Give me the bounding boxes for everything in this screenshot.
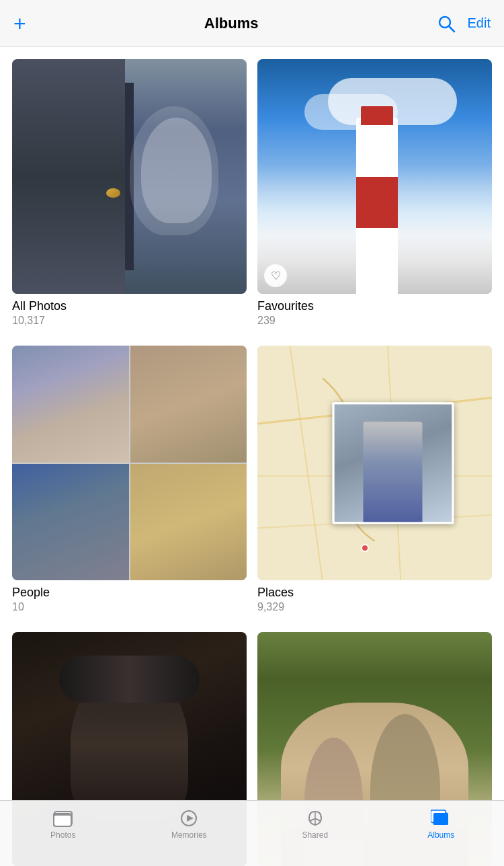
- svg-rect-16: [433, 813, 448, 825]
- album-thumb-places: [257, 346, 492, 580]
- svg-line-1: [449, 26, 454, 32]
- album-count-all-photos: 10,317: [12, 315, 247, 327]
- tab-label-memories: Memories: [171, 830, 207, 840]
- tab-item-shared[interactable]: Shared: [282, 809, 349, 840]
- album-thumb-people: [12, 346, 247, 580]
- tab-label-albums: Albums: [427, 830, 454, 840]
- edit-button[interactable]: Edit: [468, 15, 491, 31]
- add-button[interactable]: +: [13, 13, 26, 34]
- memories-icon: [179, 809, 199, 828]
- albums-icon: [431, 809, 451, 828]
- svg-rect-9: [54, 815, 71, 826]
- photos-icon: [53, 809, 73, 828]
- shared-icon: [305, 809, 325, 828]
- tab-bar: Photos Memories Shared Albums: [0, 800, 504, 866]
- tab-item-photos[interactable]: Photos: [30, 809, 97, 840]
- header-actions: Edit: [437, 14, 491, 33]
- album-count-people: 10: [12, 601, 247, 613]
- tab-item-albums[interactable]: Albums: [407, 809, 474, 840]
- album-name-people: People: [12, 586, 247, 600]
- album-name-all-photos: All Photos: [12, 299, 247, 313]
- album-item-all-photos[interactable]: All Photos 10,317: [12, 59, 247, 327]
- album-count-favourites: 239: [257, 315, 492, 327]
- tab-label-shared: Shared: [302, 830, 328, 840]
- albums-container: All Photos 10,317 ♡: [0, 47, 504, 866]
- album-item-places[interactable]: Places 9,329: [257, 346, 492, 613]
- header: + Albums Edit: [0, 0, 504, 47]
- album-item-people[interactable]: People 10: [12, 346, 247, 613]
- tab-label-photos: Photos: [50, 830, 75, 840]
- album-name-favourites: Favourites: [257, 299, 492, 313]
- album-thumb-favourites: ♡: [257, 59, 492, 294]
- svg-marker-11: [187, 815, 194, 822]
- page-title: Albums: [204, 15, 259, 32]
- album-name-places: Places: [257, 586, 492, 600]
- svg-point-0: [439, 17, 450, 28]
- album-thumb-all-photos: [12, 59, 247, 294]
- album-count-places: 9,329: [257, 601, 492, 613]
- tab-item-memories[interactable]: Memories: [155, 809, 222, 840]
- svg-line-3: [290, 346, 322, 580]
- search-icon[interactable]: [437, 14, 456, 33]
- album-item-favourites[interactable]: ♡ Favourites 239: [257, 59, 492, 327]
- albums-grid: All Photos 10,317 ♡: [12, 59, 492, 866]
